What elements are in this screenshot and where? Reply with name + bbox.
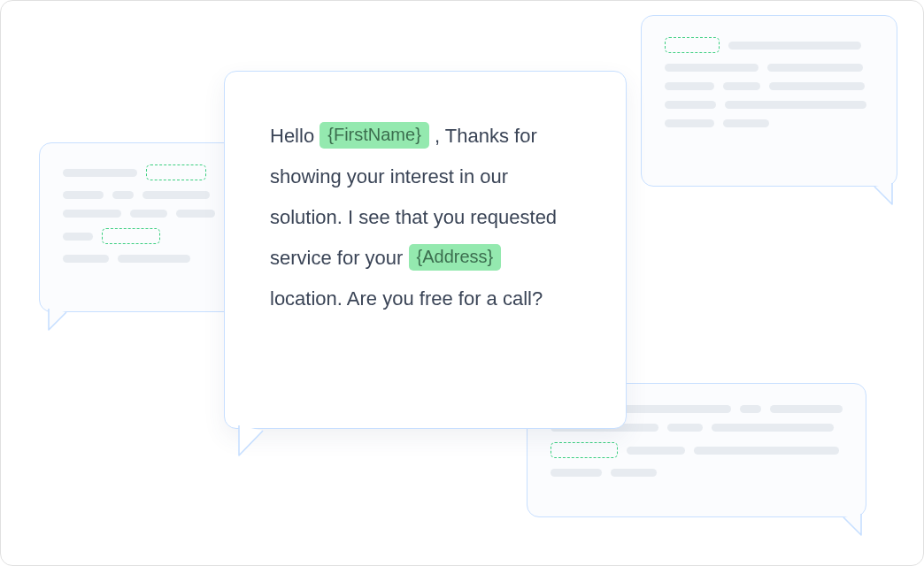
skeleton-line: [63, 210, 216, 218]
skeleton-line: [63, 164, 216, 180]
chat-bubble-left: [39, 142, 240, 312]
skeleton-line: [551, 469, 843, 477]
bubble-tail-icon: [840, 514, 865, 539]
chat-bubble-top-right: [641, 15, 897, 187]
skeleton-line: [665, 82, 874, 90]
skeleton-line: [665, 119, 874, 127]
skeleton-line: [63, 255, 216, 263]
merge-tag-firstname: {FirstName}: [320, 122, 429, 149]
main-message-text: Hello {FirstName} , Thanks for showing y…: [270, 116, 571, 319]
merge-tag-address: {Address}: [409, 244, 502, 271]
bubble-tail-icon: [45, 309, 70, 333]
text-segment: location. Are you free for a call?: [270, 287, 543, 310]
bubble-tail-icon: [235, 425, 259, 450]
skeleton-line: [63, 191, 216, 199]
skeleton-line: [665, 37, 874, 53]
text-segment: Hello: [270, 125, 320, 147]
skeleton-line: [551, 442, 843, 458]
bubble-tail-icon: [871, 183, 896, 208]
skeleton-line: [63, 228, 216, 244]
illustration-stage: Hello {FirstName} , Thanks for showing y…: [0, 0, 924, 566]
skeleton-line: [665, 64, 874, 72]
skeleton-line: [665, 101, 874, 109]
